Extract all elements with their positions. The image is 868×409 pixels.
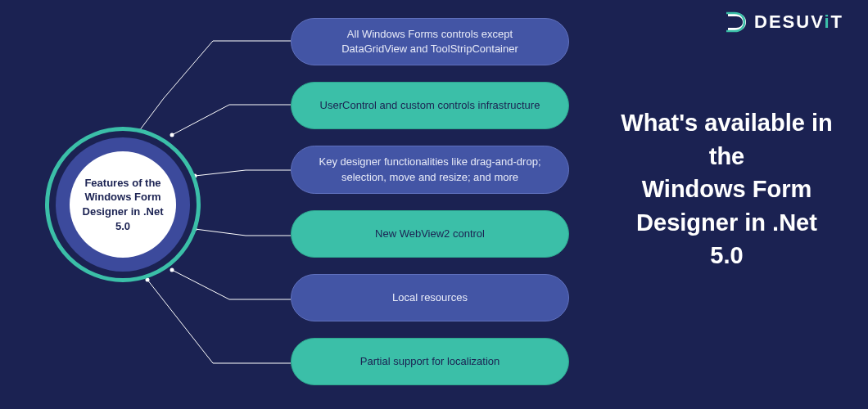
feature-text: New WebView2 control	[375, 227, 485, 241]
feature-item: UserControl and custom controls infrastr…	[291, 82, 569, 129]
feature-item: Key designer functionalities like drag-a…	[291, 146, 569, 193]
feature-text: Local resources	[392, 290, 468, 305]
feature-list: All Windows Forms controls except DataGr…	[291, 18, 569, 385]
hub-title: Features of the Windows Form Designer in…	[78, 176, 168, 233]
svg-point-1	[170, 133, 174, 137]
feature-text: All Windows Forms controls except DataGr…	[314, 27, 545, 56]
hub-mid-ring: Features of the Windows Form Designer in…	[56, 137, 190, 272]
svg-point-4	[170, 268, 174, 272]
hub-inner-circle: Features of the Windows Form Designer in…	[70, 151, 176, 258]
feature-text: Key designer functionalities like drag-a…	[314, 155, 545, 184]
feature-item: New WebView2 control	[291, 210, 569, 258]
feature-text: Partial support for localization	[360, 354, 500, 369]
page-headline: What's available in the Windows Form Des…	[618, 106, 835, 272]
feature-item: All Windows Forms controls except DataGr…	[291, 18, 569, 65]
feature-item: Partial support for localization	[291, 338, 569, 385]
feature-item: Local resources	[291, 274, 569, 321]
hub-circle: Features of the Windows Form Designer in…	[45, 127, 201, 282]
feature-text: UserControl and custom controls infrastr…	[320, 98, 540, 113]
logo-icon	[725, 11, 749, 33]
brand-logo: DESUViT	[725, 11, 843, 33]
headline-line-1: What's available in the	[621, 110, 832, 169]
headline-line-2: Windows Form Designer in .Net 5.0	[636, 176, 817, 268]
brand-name: DESUViT	[754, 11, 843, 33]
